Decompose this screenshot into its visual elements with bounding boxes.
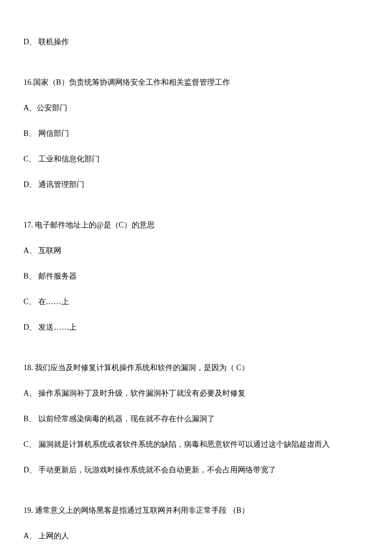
option-text: D、 通讯管理部门 — [23, 179, 371, 190]
option-text: B、 网信部门 — [23, 128, 371, 139]
option-text: A、 互联网 — [23, 245, 371, 256]
question-text: 17. 电子邮件地址上的@是（C）的意思 — [23, 219, 371, 231]
option-text: D、 手动更新后，玩游戏时操作系统就不会自动更新，不会占用网络带宽了 — [23, 464, 371, 476]
question-text: 18. 我们应当及时修复计算机操作系统和软件的漏洞，是因为（ C） — [23, 362, 371, 374]
option-text: B、 以前经常感染病毒的机器，现在就不存在什么漏洞了 — [23, 413, 371, 425]
option-text: C、 在……上 — [23, 296, 371, 308]
option-text: D、 联机操作 — [23, 36, 371, 48]
option-text: C、 漏洞就是计算机系统或者软件系统的缺陷，病毒和恶意软件可以通过这个缺陷趁虚而… — [23, 439, 371, 450]
option-text: B、 邮件服务器 — [23, 270, 371, 282]
question-text: 16.国家（B）负责统筹协调网络安全工作和相关监督管理工作 — [23, 77, 371, 88]
option-text: A、 操作系漏洞补丁及时升级，软件漏洞补丁就没有必要及时修复 — [23, 388, 371, 399]
option-text: D、 发送……上 — [23, 322, 371, 333]
option-text: A、 上网的人 — [23, 530, 371, 542]
question-text: 19. 通常意义上的网络黑客是指通过互联网并利用非正常手段 （B） — [23, 505, 371, 516]
option-text: A、公安部门 — [23, 102, 371, 114]
option-text: C、 工业和信息化部门 — [23, 153, 371, 165]
